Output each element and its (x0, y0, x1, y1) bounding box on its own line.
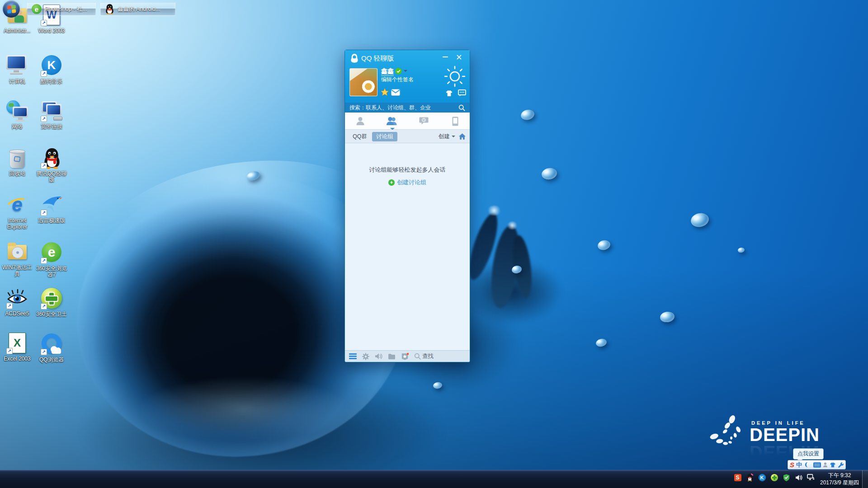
show-desktop-button[interactable] (862, 470, 868, 488)
user-dict-icon[interactable] (823, 461, 828, 469)
status-dropdown-icon[interactable] (404, 70, 407, 74)
minimize-button[interactable] (440, 52, 451, 62)
network-tray-icon[interactable] (807, 474, 815, 481)
volume-tray-icon[interactable] (795, 474, 802, 481)
desktop-icon-computer[interactable]: 计算机 (0, 54, 34, 84)
weather-sun-icon[interactable] (442, 64, 467, 89)
kugou-icon: K ↗ (41, 55, 62, 77)
shortcut-arrow-icon: ↗ (41, 20, 47, 26)
qq-window-header: QQ 轻聊版 鑫鑫 编辑个性签名 (345, 50, 470, 103)
icon-label: ACDSee5 (0, 310, 34, 317)
sound-button[interactable] (375, 353, 382, 360)
files-button[interactable] (388, 353, 396, 360)
desktop-icon-qq-browser[interactable]: ↗ QQ浏览器 (34, 333, 69, 363)
desktop-icon-broadband[interactable]: ↗ 宽带连接 (34, 100, 69, 130)
desktop-icon-network[interactable]: 网络 (0, 100, 34, 130)
icon-label: WIN7激活工具 (0, 264, 34, 277)
icon-label: Excel 2003 (0, 356, 34, 362)
shield-tray-icon[interactable] (783, 474, 790, 481)
ime-tooltip[interactable]: 点我设置 (793, 448, 824, 460)
computer-icon (6, 55, 28, 77)
taskbar-item-photoshop[interactable]: e Photoshop - 社... (27, 2, 96, 16)
nickname[interactable]: 鑫鑫 (381, 67, 394, 76)
wallpaper-foam (506, 221, 518, 230)
create-discussion-link[interactable]: + 创建讨论组 (388, 178, 426, 187)
favorites-button[interactable] (401, 353, 409, 360)
vip-star-icon[interactable] (381, 88, 389, 96)
hamburger-menu-icon (349, 353, 357, 359)
360-safe-icon: ↗ (41, 288, 62, 310)
desktop-icon-thunder[interactable]: ↗ 迅雷极速版 (34, 194, 69, 224)
search-bar[interactable]: 搜索：联系人、讨论组、群、企业 (345, 103, 470, 113)
desktop-icon-win7-activator[interactable]: WIN7激活工具 (0, 241, 34, 277)
qq-penguin-icon (105, 4, 114, 14)
speaker-icon (375, 353, 382, 360)
qzone-feed-icon[interactable] (458, 89, 466, 97)
tab-conversations[interactable] (411, 113, 436, 130)
desktop-icon-excel-2003[interactable]: X ↗ Excel 2003 (0, 333, 34, 362)
icon-label: 迅雷极速版 (34, 217, 69, 224)
icon-label: Administr... (0, 28, 34, 34)
desktop-icon-kugou-music[interactable]: K ↗ 酷狗音乐 (34, 54, 69, 84)
tab-contacts[interactable] (348, 113, 373, 130)
star-badge-icon (401, 353, 409, 360)
desktop-icon-360-browser[interactable]: e ↗ 360安全浏览器7 (34, 241, 69, 278)
qq-tab-bar (345, 113, 470, 130)
home-icon[interactable] (459, 133, 466, 140)
close-button[interactable] (453, 52, 464, 62)
online-status-icon[interactable] (395, 68, 402, 75)
avatar[interactable] (349, 68, 377, 96)
settings-wrench-icon[interactable] (838, 461, 844, 469)
kugou-tray-icon[interactable]: K (758, 474, 766, 481)
signature-edit[interactable]: 编辑个性签名 (381, 76, 414, 84)
qq-subtab-bar: QQ群 讨论组 创建 (345, 130, 470, 143)
shortcut-arrow-icon: ↗ (41, 349, 47, 355)
subtab-discussion-active[interactable]: 讨论组 (372, 132, 397, 141)
desktop-icon-qq-light[interactable]: ↗ 腾讯QQ轻聊版 (34, 147, 69, 183)
task-label: 鑫鑫的 Android... (118, 5, 160, 13)
desktop-icon-internet-explorer[interactable]: e Internet Explorer (0, 194, 34, 230)
search-placeholder: 搜索：联系人、讨论组、群、企业 (349, 104, 431, 112)
dressup-shirt-icon[interactable] (445, 90, 453, 97)
network-globe-icon (6, 100, 28, 122)
tab-groups[interactable] (379, 113, 405, 130)
create-dropdown-icon[interactable] (452, 136, 455, 139)
skin-shirt-icon[interactable] (830, 461, 836, 469)
tab-mobile[interactable] (443, 113, 468, 130)
sogou-tray-icon[interactable]: S (734, 474, 741, 481)
shortcut-arrow-icon: ↗ (41, 70, 47, 77)
taskbar-clock[interactable]: 下午 9:32 2017/3/9 星期四 (820, 472, 859, 486)
settings-button[interactable] (362, 353, 369, 360)
gear-icon (362, 353, 369, 360)
shortcut-arrow-icon: ↗ (6, 348, 13, 354)
icon-label: 回收站 (0, 170, 34, 177)
taskbar-item-qq-chat[interactable]: 鑫鑫的 Android... (100, 2, 175, 16)
360-safe-tray-icon[interactable] (770, 474, 778, 481)
create-menu[interactable]: 创建 (439, 133, 450, 141)
chinese-mode-icon[interactable]: 中 (796, 461, 802, 469)
ie-icon: e (6, 194, 28, 216)
wallpaper-splash-foam (118, 371, 371, 447)
contact-person-icon (355, 117, 365, 126)
find-button[interactable]: 查找 (414, 352, 434, 360)
qq-bottom-toolbar: 查找 (345, 350, 470, 362)
soft-keyboard-icon[interactable] (813, 461, 821, 469)
mail-icon[interactable] (391, 89, 400, 96)
ime-language-bar: S 中 (788, 460, 846, 469)
start-button[interactable] (3, 0, 20, 18)
desktop-icon-360-safe[interactable]: ↗ 360安全卫士 (34, 287, 69, 317)
desktop-icon-recycle-bin[interactable]: 回收站 (0, 147, 34, 177)
search-icon[interactable] (458, 104, 465, 111)
find-label: 查找 (422, 352, 434, 360)
subtab-qq-group[interactable]: QQ群 (353, 133, 367, 141)
main-menu-button[interactable] (349, 353, 357, 359)
qq-girl-tray-icon[interactable] (746, 474, 754, 481)
shortcut-arrow-icon: ↗ (6, 303, 13, 309)
shortcut-arrow-icon: ↗ (41, 163, 47, 169)
desktop-icon-acdsee5[interactable]: ↗ ACDSee5 (0, 287, 34, 317)
fullhalf-moon-icon[interactable] (804, 461, 810, 469)
icon-label: 计算机 (0, 78, 34, 84)
icon-label: Word 2003 (34, 28, 69, 34)
discussion-empty-state: 讨论组能够轻松发起多人会话 + 创建讨论组 (345, 143, 470, 351)
sogou-logo-icon[interactable]: S (790, 461, 794, 469)
